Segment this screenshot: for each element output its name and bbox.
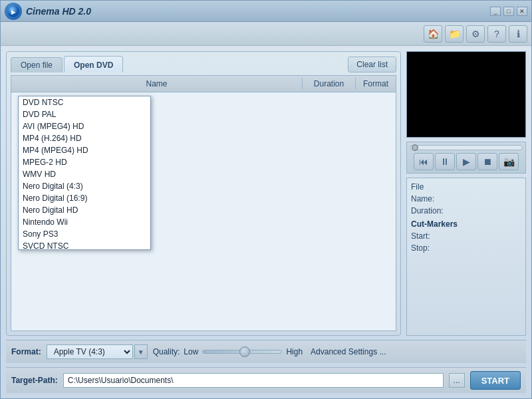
bottom-bar: Format: Apple TV (4:3) ▼ Quality: Low Hi… xyxy=(6,340,526,363)
screenshot-button[interactable]: 📷 xyxy=(499,153,519,170)
play-button[interactable]: ▶ xyxy=(456,153,476,170)
control-buttons: ⏮ ⏸ ▶ ⏹ 📷 xyxy=(410,153,523,170)
column-name: Name xyxy=(11,78,303,90)
column-format: Format xyxy=(356,78,396,90)
dropdown-item-nero-43[interactable]: Nero Digital (4:3) xyxy=(19,180,150,192)
folder-icon[interactable]: 📁 xyxy=(445,25,464,43)
clear-list-button[interactable]: Clear list xyxy=(348,57,396,72)
toolbar: 🏠 📁 ⚙ ? ℹ xyxy=(1,22,531,46)
dropdown-item-svcd-ntsc[interactable]: SVCD NTSC xyxy=(19,240,150,249)
tab-open-file[interactable]: Open file xyxy=(11,57,63,72)
start-button[interactable]: START xyxy=(470,371,521,390)
info-panel: File Name: Duration: Cut-Markers Start: … xyxy=(406,178,526,336)
progress-bar[interactable] xyxy=(410,145,523,150)
target-path-input[interactable] xyxy=(63,373,444,388)
format-select-wrapper: Apple TV (4:3) ▼ xyxy=(47,344,148,359)
title-bar: ▶ Cinema HD 2.0 _ □ ✕ xyxy=(1,1,531,22)
dropdown-item-nintendo-wii[interactable]: Nintendo Wii xyxy=(19,216,150,228)
format-dropdown-arrow[interactable]: ▼ xyxy=(134,344,148,359)
info-icon[interactable]: ℹ xyxy=(509,25,527,43)
title-bar-left: ▶ Cinema HD 2.0 xyxy=(5,3,91,20)
quality-thumb[interactable] xyxy=(239,346,250,357)
tab-open-dvd[interactable]: Open DVD xyxy=(64,56,123,72)
file-list-area: Name Duration Format DVD NTSC DVD PAL AV… xyxy=(11,75,396,331)
content-row: Open file Open DVD Clear list Name Durat… xyxy=(6,51,526,336)
dropdown-item-nero-169[interactable]: Nero Digital (16:9) xyxy=(19,192,150,204)
format-select[interactable]: Apple TV (4:3) xyxy=(47,344,133,359)
svg-text:▶: ▶ xyxy=(11,9,16,15)
app-title: Cinema HD 2.0 xyxy=(26,6,91,17)
right-panel: ⏮ ⏸ ▶ ⏹ 📷 File Name: xyxy=(406,51,526,336)
video-controls: ⏮ ⏸ ▶ ⏹ 📷 xyxy=(406,142,526,174)
quality-high-label: High xyxy=(286,347,303,356)
preview-box xyxy=(406,51,526,138)
home-icon[interactable]: 🏠 xyxy=(424,25,442,43)
maximize-button[interactable]: □ xyxy=(503,7,514,16)
browse-button[interactable]: ... xyxy=(449,373,465,388)
dropdown-item-mpeg2-hd[interactable]: MPEG-2 HD xyxy=(19,156,150,168)
format-label: Format: xyxy=(11,347,41,356)
progress-thumb[interactable] xyxy=(412,144,418,151)
dropdown-item-wmv-hd[interactable]: WMV HD xyxy=(19,168,150,180)
dropdown-item-avi-mpeg4-hd[interactable]: AVI (MPEG4) HD xyxy=(19,120,150,132)
title-bar-controls: _ □ ✕ xyxy=(490,7,527,16)
file-list-header: Name Duration Format xyxy=(11,76,396,92)
rewind-button[interactable]: ⏮ xyxy=(414,153,434,170)
left-panel: Open file Open DVD Clear list Name Durat… xyxy=(6,51,401,336)
dropdown-item-sony-ps3[interactable]: Sony PS3 xyxy=(19,228,150,240)
dropdown-item-mp4-h264-hd[interactable]: MP4 (H.264) HD xyxy=(19,132,150,144)
target-bar: Target-Path: ... START xyxy=(6,367,526,393)
pause-button[interactable]: ⏸ xyxy=(435,153,455,170)
quality-slider-container xyxy=(202,350,282,354)
dropdown-list-inner[interactable]: DVD NTSC DVD PAL AVI (MPEG4) HD MP4 (H.2… xyxy=(19,96,150,249)
cut-stop-row: Stop: xyxy=(411,243,521,253)
quality-low-label: Low xyxy=(184,347,198,356)
dropdown-item-dvd-ntsc[interactable]: DVD NTSC xyxy=(19,96,150,108)
cut-start-row: Start: xyxy=(411,231,521,241)
app-logo: ▶ xyxy=(5,3,22,20)
quality-section: Quality: Low High xyxy=(153,347,303,356)
target-label: Target-Path: xyxy=(11,376,58,385)
file-title: File xyxy=(411,182,521,192)
quality-slider[interactable] xyxy=(202,350,282,354)
close-button[interactable]: ✕ xyxy=(517,7,527,16)
format-dropdown-list[interactable]: DVD NTSC DVD PAL AVI (MPEG4) HD MP4 (H.2… xyxy=(18,96,151,250)
dropdown-item-mp4-mpeg4-hd[interactable]: MP4 (MPEG4) HD xyxy=(19,144,150,156)
main-content: Open file Open DVD Clear list Name Durat… xyxy=(1,46,531,398)
column-duration: Duration xyxy=(303,78,356,90)
cut-markers-title: Cut-Markers xyxy=(411,219,521,229)
file-duration-row: Duration: xyxy=(411,206,521,215)
help-icon[interactable]: ? xyxy=(487,25,506,43)
stop-button[interactable]: ⏹ xyxy=(477,153,497,170)
dropdown-item-dvd-pal[interactable]: DVD PAL xyxy=(19,108,150,120)
settings-icon[interactable]: ⚙ xyxy=(466,25,485,43)
quality-label: Quality: xyxy=(153,347,180,356)
tab-bar: Open file Open DVD Clear list xyxy=(11,56,396,72)
dropdown-item-nero-hd[interactable]: Nero Digital HD xyxy=(19,204,150,216)
advanced-settings-button[interactable]: Advanced Settings ... xyxy=(311,347,386,356)
minimize-button[interactable]: _ xyxy=(490,7,501,16)
file-name-row: Name: xyxy=(411,194,521,203)
window-frame: ▶ Cinema HD 2.0 _ □ ✕ 🏠 📁 ⚙ ? ℹ Open fil… xyxy=(0,0,532,399)
